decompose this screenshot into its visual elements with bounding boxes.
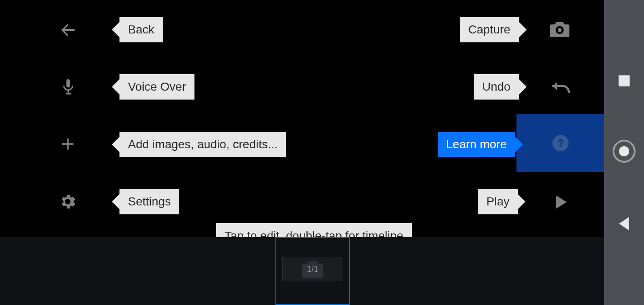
editor-stage: ? Back Voice Over Add images, audio, cre… (0, 0, 604, 305)
timeline-frame-selected[interactable]: 1/1 (275, 237, 350, 305)
svg-marker-10 (556, 195, 566, 209)
tooltip-back: Back (119, 17, 163, 42)
svg-point-7 (558, 28, 561, 32)
nav-home-button[interactable] (613, 140, 636, 163)
tooltip-settings: Settings (119, 189, 179, 214)
android-nav-bar (604, 0, 644, 305)
timeline-frame-thumbnail: 1/1 (282, 257, 343, 281)
tooltip-play: Play (478, 189, 518, 214)
undo-icon[interactable] (550, 80, 570, 94)
camera-icon[interactable] (549, 20, 570, 38)
tooltip-capture: Capture (460, 17, 519, 42)
play-icon[interactable] (554, 194, 569, 210)
svg-rect-1 (67, 79, 70, 88)
app-root: ? Back Voice Over Add images, audio, cre… (0, 0, 644, 305)
plus-icon[interactable] (59, 136, 76, 152)
gear-icon[interactable] (58, 192, 77, 211)
tooltip-add: Add images, audio, credits... (119, 132, 286, 157)
timeline-strip[interactable]: 1/1 (0, 237, 604, 305)
tooltip-undo: Undo (474, 74, 519, 100)
mic-icon[interactable] (61, 78, 76, 96)
back-arrow-icon[interactable] (59, 21, 77, 39)
tooltip-learn-more: Learn more (438, 132, 515, 157)
svg-text:?: ? (557, 136, 564, 149)
tooltip-voice-over: Voice Over (119, 74, 194, 100)
nav-back-button[interactable] (619, 217, 629, 230)
help-icon: ? (552, 134, 569, 152)
frame-counter: 1/1 (307, 264, 319, 274)
nav-recent-button[interactable] (619, 75, 630, 86)
help-button[interactable]: ? (516, 114, 604, 172)
